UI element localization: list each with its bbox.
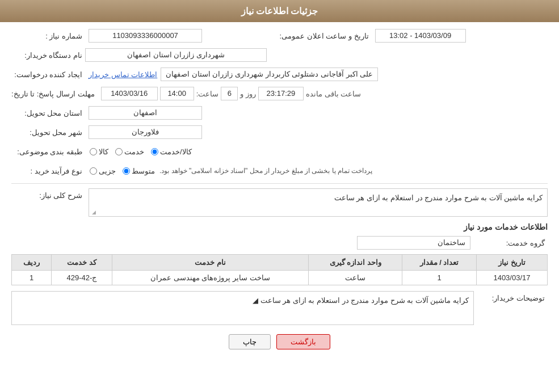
purchase-type-radio-group: متوسط جزیی xyxy=(90,167,155,175)
resize-handle-2: ◢ xyxy=(253,296,258,305)
remaining-label: ساعت باقی مانده xyxy=(306,90,361,98)
public-announcement-value: 1403/03/09 - 13:02 xyxy=(375,29,466,43)
print-button[interactable]: چاپ xyxy=(229,334,271,349)
delivery-city-value: فلاورجان xyxy=(89,125,202,139)
need-description-box: کرایه ماشین آلات به شرح موارد مندرج در ا… xyxy=(89,188,548,217)
buyer-name-value: شهرداری زازران استان اصفهان xyxy=(85,48,267,62)
delivery-city-label: شهر محل تحویل: xyxy=(11,128,85,137)
delivery-province-value: اصفهان xyxy=(89,106,202,120)
need-description-text: کرایه ماشین آلات به شرح موارد مندرج در ا… xyxy=(334,193,543,202)
col-row-num: ردیف xyxy=(12,255,52,271)
subject-option-2[interactable]: خدمت xyxy=(115,147,144,156)
resize-handle: ◢ xyxy=(90,209,96,215)
buyer-desc-label: توضیحات خریدار: xyxy=(474,291,548,302)
col-service-code: کد خدمت xyxy=(52,255,112,271)
service-group-value: ساختمان xyxy=(357,236,470,250)
table-row: 1403/03/17 1 ساعت ساخت سایر پروژه‌های مه… xyxy=(12,271,548,285)
buyer-desc-text: کرایه ماشین آلات به شرح موارد مندرج در ا… xyxy=(260,296,469,305)
subject-label: طبقه بندی موضوعی: xyxy=(11,147,85,156)
need-description-label: شرح کلی نیاز: xyxy=(11,188,85,200)
purchase-type-label: نوع فرآیند خرید : xyxy=(11,167,85,175)
purchase-type-note: پرداخت تمام یا بخشی از مبلغ خریدار از مح… xyxy=(159,167,372,175)
cell-service-code: ج-42-429 xyxy=(52,271,112,285)
col-quantity: تعداد / مقدار xyxy=(402,255,477,271)
purchase-type-option-1[interactable]: جزیی xyxy=(90,167,116,175)
buyer-name-label: نام دستگاه خریدار: xyxy=(11,51,85,60)
col-need-date: تاریخ نیاز xyxy=(476,255,547,271)
action-buttons: بازگشت چاپ xyxy=(11,334,548,349)
subject-radio-group: کالا/خدمت خدمت کالا xyxy=(90,147,192,156)
buyer-desc-box: کرایه ماشین آلات به شرح موارد مندرج در ا… xyxy=(11,291,474,325)
back-button[interactable]: بازگشت xyxy=(276,334,330,349)
purchase-type-option-2[interactable]: متوسط xyxy=(123,167,155,175)
cell-row-num: 1 xyxy=(12,271,52,285)
need-number-value: 1103093336000007 xyxy=(89,29,202,43)
public-announcement-label: تاریخ و ساعت اعلان عمومی: xyxy=(280,32,372,40)
service-group-label: گروه خدمت: xyxy=(474,239,548,247)
subject-option-1[interactable]: کالا xyxy=(90,147,108,156)
cell-need-date: 1403/03/17 xyxy=(476,271,547,285)
response-deadline-label: مهلت ارسال پاسخ: تا تاریخ: xyxy=(11,90,98,98)
cell-unit: ساعت xyxy=(309,271,402,285)
cell-quantity: 1 xyxy=(402,271,477,285)
requester-label: ایجاد کننده درخواست: xyxy=(11,70,85,79)
days-label: روز و xyxy=(240,90,256,98)
response-days: 6 xyxy=(221,87,238,100)
response-clock: 23:17:29 xyxy=(258,87,304,100)
subject-option-3[interactable]: کالا/خدمت xyxy=(151,147,192,156)
col-service-name: نام خدمت xyxy=(112,255,309,271)
delivery-province-label: استان محل تحویل: xyxy=(11,109,85,117)
requester-value: علی اکبر آقاجانی دشتلوئی کاربردار شهردار… xyxy=(161,68,378,81)
time-label: ساعت: xyxy=(196,90,219,98)
services-section-title: اطلاعات خدمات مورد نیاز xyxy=(11,222,548,231)
requester-contact-link[interactable]: اطلاعات تماس خریدار xyxy=(89,70,157,79)
need-number-label: شماره نیاز : xyxy=(11,32,85,40)
services-table: تاریخ نیاز تعداد / مقدار واحد اندازه گیر… xyxy=(11,254,548,285)
cell-service-name: ساخت سایر پروژه‌های مهندسی عمران xyxy=(112,271,309,285)
col-unit: واحد اندازه گیری xyxy=(309,255,402,271)
page-title: جزئیات اطلاعات نیاز xyxy=(241,6,318,16)
response-date: 1403/03/16 xyxy=(101,87,158,100)
page-header: جزئیات اطلاعات نیاز xyxy=(0,0,559,22)
response-time: 14:00 xyxy=(160,87,194,100)
